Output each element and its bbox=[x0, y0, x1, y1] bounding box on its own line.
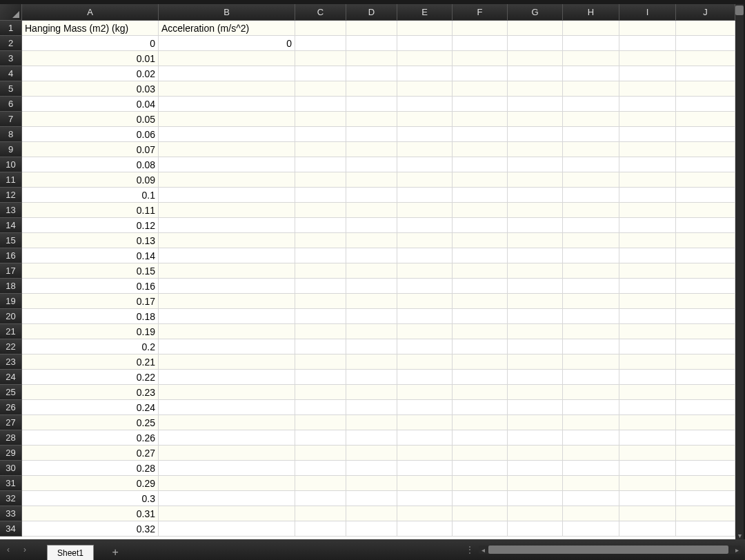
cell-G11[interactable] bbox=[508, 172, 563, 188]
cell-F34[interactable] bbox=[453, 521, 508, 537]
cell-D9[interactable] bbox=[346, 142, 397, 157]
cell-D34[interactable] bbox=[346, 521, 397, 537]
cell-J15[interactable] bbox=[676, 233, 735, 248]
cell-D17[interactable] bbox=[346, 263, 397, 279]
cell-G1[interactable] bbox=[508, 21, 563, 36]
cell-G18[interactable] bbox=[508, 279, 563, 294]
cell-B13[interactable] bbox=[159, 203, 295, 218]
cell-B12[interactable] bbox=[159, 188, 295, 203]
cell-H2[interactable] bbox=[563, 36, 619, 51]
cell-F1[interactable] bbox=[453, 21, 508, 36]
cell-B1[interactable]: Acceleration (m/s^2) bbox=[159, 21, 295, 36]
column-header-F[interactable]: F bbox=[453, 4, 508, 21]
cell-E26[interactable] bbox=[397, 400, 453, 415]
cell-J31[interactable] bbox=[676, 476, 735, 491]
row-header-19[interactable]: 19 bbox=[0, 294, 22, 309]
cell-E8[interactable] bbox=[397, 127, 453, 142]
horizontal-scrollbar[interactable]: ◂ ▸ bbox=[479, 546, 741, 554]
cell-A31[interactable]: 0.29 bbox=[22, 476, 159, 491]
cell-J23[interactable] bbox=[676, 354, 735, 370]
cell-B11[interactable] bbox=[159, 172, 295, 188]
cell-F8[interactable] bbox=[453, 127, 508, 142]
cell-I1[interactable] bbox=[619, 21, 676, 36]
cell-G24[interactable] bbox=[508, 370, 563, 385]
cell-B26[interactable] bbox=[159, 400, 295, 415]
cell-C26[interactable] bbox=[295, 400, 346, 415]
cell-I23[interactable] bbox=[619, 354, 676, 370]
column-header-B[interactable]: B bbox=[159, 4, 295, 21]
cell-D27[interactable] bbox=[346, 415, 397, 430]
cell-D28[interactable] bbox=[346, 430, 397, 446]
cell-C2[interactable] bbox=[295, 36, 346, 51]
row-header-15[interactable]: 15 bbox=[0, 233, 22, 248]
cell-J9[interactable] bbox=[676, 142, 735, 157]
cell-A18[interactable]: 0.16 bbox=[22, 279, 159, 294]
cell-B23[interactable] bbox=[159, 354, 295, 370]
cell-E11[interactable] bbox=[397, 172, 453, 188]
cell-I5[interactable] bbox=[619, 81, 676, 97]
cell-H26[interactable] bbox=[563, 400, 619, 415]
cell-F7[interactable] bbox=[453, 112, 508, 127]
cell-B28[interactable] bbox=[159, 430, 295, 446]
scroll-right-icon[interactable]: ▸ bbox=[733, 546, 741, 554]
cell-A25[interactable]: 0.23 bbox=[22, 385, 159, 400]
cell-A13[interactable]: 0.11 bbox=[22, 203, 159, 218]
cell-A3[interactable]: 0.01 bbox=[22, 51, 159, 66]
column-header-C[interactable]: C bbox=[295, 4, 346, 21]
cell-D20[interactable] bbox=[346, 309, 397, 324]
cell-H14[interactable] bbox=[563, 218, 619, 233]
cell-E9[interactable] bbox=[397, 142, 453, 157]
cell-F14[interactable] bbox=[453, 218, 508, 233]
cell-H31[interactable] bbox=[563, 476, 619, 491]
cell-B33[interactable] bbox=[159, 506, 295, 521]
cell-E6[interactable] bbox=[397, 97, 453, 112]
cell-G4[interactable] bbox=[508, 66, 563, 81]
cell-G34[interactable] bbox=[508, 521, 563, 537]
cell-F4[interactable] bbox=[453, 66, 508, 81]
cell-B5[interactable] bbox=[159, 81, 295, 97]
cell-A5[interactable]: 0.03 bbox=[22, 81, 159, 97]
row-header-29[interactable]: 29 bbox=[0, 446, 22, 461]
cell-C27[interactable] bbox=[295, 415, 346, 430]
cell-F20[interactable] bbox=[453, 309, 508, 324]
cell-C12[interactable] bbox=[295, 188, 346, 203]
row-header-11[interactable]: 11 bbox=[0, 172, 22, 188]
horizontal-scroll-thumb[interactable] bbox=[488, 546, 728, 554]
cell-H10[interactable] bbox=[563, 157, 619, 172]
cell-A20[interactable]: 0.18 bbox=[22, 309, 159, 324]
cell-H9[interactable] bbox=[563, 142, 619, 157]
cell-F10[interactable] bbox=[453, 157, 508, 172]
cell-C18[interactable] bbox=[295, 279, 346, 294]
cell-B25[interactable] bbox=[159, 385, 295, 400]
cell-E13[interactable] bbox=[397, 203, 453, 218]
cell-C5[interactable] bbox=[295, 81, 346, 97]
cell-F33[interactable] bbox=[453, 506, 508, 521]
cell-J28[interactable] bbox=[676, 430, 735, 446]
vertical-scroll-thumb[interactable] bbox=[735, 6, 744, 15]
row-header-21[interactable]: 21 bbox=[0, 324, 22, 339]
cell-H15[interactable] bbox=[563, 233, 619, 248]
cell-I8[interactable] bbox=[619, 127, 676, 142]
cell-J30[interactable] bbox=[676, 461, 735, 476]
cell-G3[interactable] bbox=[508, 51, 563, 66]
cell-I30[interactable] bbox=[619, 461, 676, 476]
cell-F30[interactable] bbox=[453, 461, 508, 476]
cell-G28[interactable] bbox=[508, 430, 563, 446]
cell-D30[interactable] bbox=[346, 461, 397, 476]
row-header-33[interactable]: 33 bbox=[0, 506, 22, 521]
cell-D2[interactable] bbox=[346, 36, 397, 51]
cell-C28[interactable] bbox=[295, 430, 346, 446]
cell-J16[interactable] bbox=[676, 248, 735, 263]
scroll-left-icon[interactable]: ◂ bbox=[479, 546, 487, 554]
row-header-7[interactable]: 7 bbox=[0, 112, 22, 127]
cell-C17[interactable] bbox=[295, 263, 346, 279]
cell-I11[interactable] bbox=[619, 172, 676, 188]
cell-A2[interactable]: 0 bbox=[22, 36, 159, 51]
cell-I26[interactable] bbox=[619, 400, 676, 415]
cell-A1[interactable]: Hanging Mass (m2) (kg) bbox=[22, 21, 159, 36]
prev-sheet-button[interactable]: ‹ bbox=[0, 539, 17, 560]
cell-A28[interactable]: 0.26 bbox=[22, 430, 159, 446]
cell-F15[interactable] bbox=[453, 233, 508, 248]
cell-D14[interactable] bbox=[346, 218, 397, 233]
cell-I15[interactable] bbox=[619, 233, 676, 248]
